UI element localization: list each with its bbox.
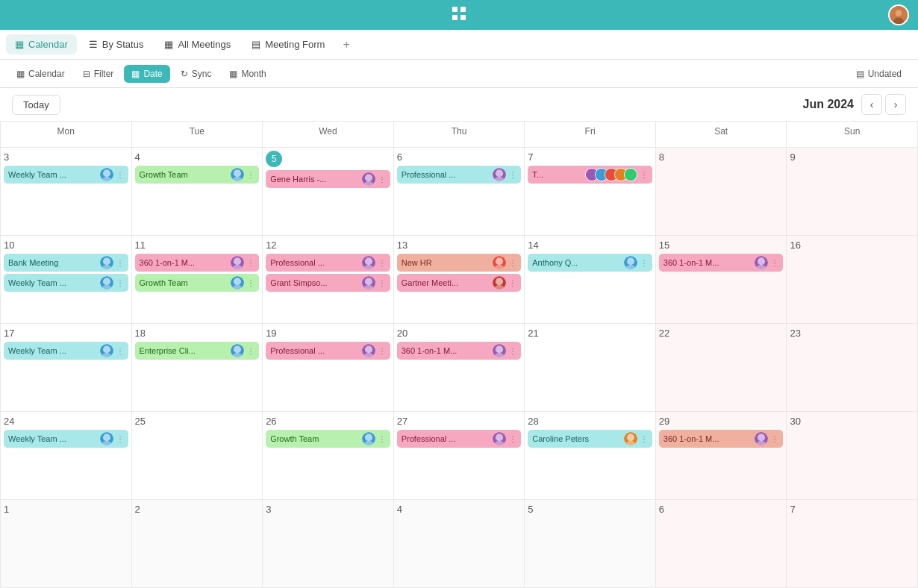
cal-cell[interactable]: 1+	[1, 500, 132, 588]
cal-cell[interactable]: 21+	[525, 324, 656, 412]
cal-cell[interactable]: 2+	[132, 500, 263, 588]
svg-point-11	[234, 169, 241, 177]
cal-cell[interactable]: 28+Caroline Peters ⋮	[525, 412, 656, 500]
cal-cell[interactable]: 13+New HR ⋮Gartner Meeti... ⋮	[394, 236, 525, 324]
event-item[interactable]: Professional ... ⋮	[397, 166, 522, 184]
event-more-button[interactable]: ⋮	[509, 259, 516, 267]
cal-cell[interactable]: 3+Weekly Team ... ⋮	[1, 148, 132, 236]
sync-button[interactable]: ↻ Sync	[173, 65, 219, 83]
event-more-button[interactable]: ⋮	[509, 435, 516, 443]
tab-all-meetings[interactable]: ▦ All Meetings	[155, 34, 240, 54]
undated-button[interactable]: ▤ Undated	[849, 65, 909, 83]
event-more-button[interactable]: ⋮	[378, 435, 386, 443]
event-more-button[interactable]: ⋮	[640, 171, 648, 179]
event-more-button[interactable]: ⋮	[116, 259, 124, 267]
event-more-button[interactable]: ⋮	[247, 347, 255, 355]
event-item[interactable]: Growth Team ⋮	[266, 430, 390, 448]
cal-cell[interactable]: 3+	[263, 500, 394, 588]
event-item[interactable]: 360 1-on-1 M... ⋮	[135, 254, 260, 272]
event-item[interactable]: T... ⋮	[528, 166, 652, 184]
cal-cell[interactable]: 6+Professional ... ⋮	[394, 148, 525, 236]
next-month-button[interactable]: ›	[885, 94, 906, 115]
cal-cell[interactable]: 19+Professional ... ⋮	[263, 324, 394, 412]
cal-cell[interactable]: 7+	[787, 500, 918, 588]
event-more-button[interactable]: ⋮	[247, 259, 255, 267]
filter-button[interactable]: ⊟ Filter	[75, 65, 122, 83]
event-more-button[interactable]: ⋮	[640, 435, 648, 443]
event-more-button[interactable]: ⋮	[116, 171, 124, 179]
cal-cell[interactable]: 5+	[525, 500, 656, 588]
month-button[interactable]: ▦ Month	[222, 65, 273, 83]
event-item[interactable]: Grant Simpso... ⋮	[266, 274, 390, 292]
event-item[interactable]: Professional ... ⋮	[266, 342, 390, 360]
event-more-button[interactable]: ⋮	[247, 171, 255, 179]
event-item[interactable]: Weekly Team ... ⋮	[4, 166, 128, 184]
event-item[interactable]: Bank Meeting ⋮	[4, 254, 128, 272]
cal-cell[interactable]: 8+	[656, 148, 787, 236]
today-button[interactable]: Today	[12, 95, 60, 115]
event-item[interactable]: Growth Team ⋮	[135, 166, 260, 184]
tab-meeting-form[interactable]: ▤ Meeting Form	[243, 34, 334, 54]
event-more-button[interactable]: ⋮	[378, 279, 386, 287]
event-item[interactable]: Professional ... ⋮	[397, 430, 522, 448]
event-more-button[interactable]: ⋮	[116, 435, 124, 443]
event-item[interactable]: Caroline Peters ⋮	[528, 430, 652, 448]
event-item[interactable]: Growth Team ⋮	[135, 274, 260, 292]
tab-by-status[interactable]: ☰ By Status	[80, 34, 153, 54]
prev-month-button[interactable]: ‹	[861, 94, 882, 115]
event-item[interactable]: Professional ... ⋮	[266, 254, 390, 272]
event-more-button[interactable]: ⋮	[378, 259, 386, 267]
event-item[interactable]: 360 1-on-1 M... ⋮	[659, 430, 784, 448]
event-item[interactable]: Gartner Meeti... ⋮	[397, 274, 522, 292]
cal-cell[interactable]: 25+	[132, 412, 263, 500]
event-more-button[interactable]: ⋮	[116, 347, 124, 355]
event-item[interactable]: Enterprise Cli... ⋮	[135, 342, 260, 360]
event-item[interactable]: Anthony Q... ⋮	[528, 254, 652, 272]
cal-cell[interactable]: 12+Professional ... ⋮Grant Simpso... ⋮	[263, 236, 394, 324]
cal-cell[interactable]: 16+	[787, 236, 918, 324]
event-item[interactable]: Gene Harris -... ⋮	[266, 170, 390, 188]
cal-cell[interactable]: 29+360 1-on-1 M... ⋮	[656, 412, 787, 500]
calendar-view-button[interactable]: ▦ Calendar	[9, 65, 72, 83]
cal-cell[interactable]: 26+Growth Team ⋮	[263, 412, 394, 500]
cal-cell[interactable]: 4+	[394, 500, 525, 588]
add-tab-button[interactable]: +	[337, 35, 355, 54]
tab-calendar[interactable]: ▦ Calendar	[6, 34, 77, 54]
cal-cell[interactable]: 23+	[787, 324, 918, 412]
day-number: 5	[266, 151, 282, 167]
event-item[interactable]: New HR ⋮	[397, 254, 522, 272]
event-item[interactable]: 360 1-on-1 M... ⋮	[397, 342, 522, 360]
event-more-button[interactable]: ⋮	[378, 347, 386, 355]
cal-cell[interactable]: 9+	[787, 148, 918, 236]
cal-cell[interactable]: 24+Weekly Team ... ⋮	[1, 412, 132, 500]
cal-cell[interactable]: 4+Growth Team ⋮	[132, 148, 263, 236]
event-item[interactable]: Weekly Team ... ⋮	[4, 430, 128, 448]
event-more-button[interactable]: ⋮	[640, 259, 648, 267]
event-more-button[interactable]: ⋮	[247, 279, 255, 287]
event-more-button[interactable]: ⋮	[509, 171, 516, 179]
event-more-button[interactable]: ⋮	[771, 259, 778, 267]
cal-cell[interactable]: 27+Professional ... ⋮	[394, 412, 525, 500]
event-more-button[interactable]: ⋮	[509, 347, 516, 355]
event-more-button[interactable]: ⋮	[509, 279, 516, 287]
cal-cell[interactable]: 30+	[787, 412, 918, 500]
cal-cell[interactable]: 6+	[656, 500, 787, 588]
event-item[interactable]: Weekly Team ... ⋮	[4, 274, 128, 292]
cal-cell[interactable]: 20+360 1-on-1 M... ⋮	[394, 324, 525, 412]
date-button[interactable]: ▦ Date	[124, 65, 169, 83]
cal-cell[interactable]: 17+Weekly Team ... ⋮	[1, 324, 132, 412]
event-more-button[interactable]: ⋮	[378, 175, 386, 184]
cal-cell[interactable]: 15+360 1-on-1 M... ⋮	[656, 236, 787, 324]
cal-cell[interactable]: 14+Anthony Q... ⋮	[525, 236, 656, 324]
cal-cell[interactable]: 7+T... ⋮	[525, 148, 656, 236]
event-more-button[interactable]: ⋮	[771, 435, 778, 443]
event-item[interactable]: 360 1-on-1 M... ⋮	[659, 254, 784, 272]
cal-cell[interactable]: 11+360 1-on-1 M... ⋮Growth Team ⋮	[132, 236, 263, 324]
event-item[interactable]: Weekly Team ... ⋮	[4, 342, 128, 360]
user-avatar[interactable]	[888, 4, 909, 25]
cal-cell[interactable]: 10+Bank Meeting ⋮Weekly Team ... ⋮	[1, 236, 132, 324]
event-more-button[interactable]: ⋮	[116, 279, 124, 287]
cal-cell[interactable]: 5+Gene Harris -... ⋮	[263, 148, 394, 236]
cal-cell[interactable]: 22+	[656, 324, 787, 412]
cal-cell[interactable]: 18+Enterprise Cli... ⋮	[132, 324, 263, 412]
